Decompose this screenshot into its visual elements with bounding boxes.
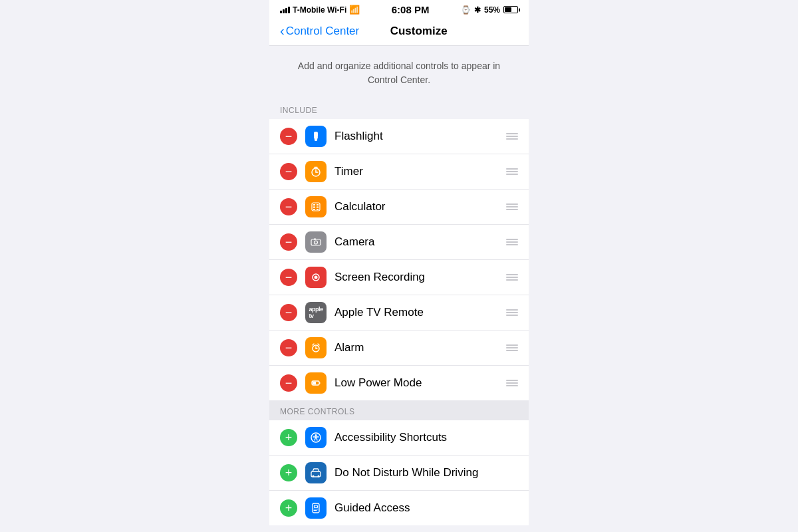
carrier-label: T-Mobile Wi-Fi [293, 5, 346, 15]
screen-recording-icon [305, 267, 327, 288]
back-button[interactable]: ‹ Control Center [280, 23, 359, 39]
svg-rect-7 [313, 204, 315, 205]
more-controls-header: MORE CONTROLS [269, 400, 529, 420]
remove-screen-recording-button[interactable]: − [280, 269, 297, 286]
dnd-driving-label: Do Not Disturb While Driving [334, 466, 518, 479]
status-time: 6:08 PM [392, 4, 430, 15]
wifi-icon: 📶 [349, 5, 360, 15]
remove-flashlight-button[interactable]: − [280, 128, 297, 145]
battery-fill [505, 7, 511, 12]
alarm-label: Alarm [334, 341, 498, 354]
low-power-label: Low Power Mode [334, 376, 498, 390]
remove-camera-button[interactable]: − [280, 233, 297, 251]
more-controls-list: + Accessibility Shortcuts + [269, 420, 529, 525]
remove-low-power-button[interactable]: − [280, 374, 297, 392]
signal-bar-2 [283, 9, 285, 13]
watch-icon: ⌚ [461, 5, 471, 15]
svg-rect-6 [312, 203, 320, 211]
include-section-header: INCLUDE [269, 100, 529, 119]
list-item: − Screen Recording [269, 260, 529, 295]
guided-access-label: Guided Access [334, 501, 518, 515]
svg-point-32 [313, 475, 315, 477]
svg-rect-9 [313, 207, 315, 208]
status-left: T-Mobile Wi-Fi 📶 [280, 5, 360, 15]
dnd-driving-icon [305, 462, 327, 483]
phone-frame: T-Mobile Wi-Fi 📶 6:08 PM ⌚ ✱ 55% ‹ Contr… [269, 0, 529, 532]
svg-line-30 [316, 437, 317, 440]
svg-rect-35 [315, 505, 318, 508]
svg-point-33 [318, 475, 320, 477]
list-item: − Calculator [269, 190, 529, 225]
appletv-label: Apple TV Remote [334, 306, 498, 319]
screen-recording-label: Screen Recording [334, 271, 498, 284]
battery-icon [503, 6, 518, 13]
camera-label: Camera [334, 235, 498, 249]
timer-label: Timer [334, 165, 498, 178]
remove-calculator-button[interactable]: − [280, 198, 297, 215]
flashlight-icon [305, 126, 327, 147]
list-item: − Flashlight [269, 119, 529, 154]
description-text: Add and organize additional controls to … [298, 61, 500, 85]
list-item: − appletv Apple TV Remote [269, 295, 529, 331]
camera-drag-handle[interactable] [506, 239, 518, 245]
page-title: Customize [359, 25, 478, 38]
list-item: − Camera [269, 225, 529, 260]
timer-drag-handle[interactable] [506, 168, 518, 175]
appletv-drag-handle[interactable] [506, 309, 518, 316]
remove-timer-button[interactable]: − [280, 163, 297, 180]
alarm-icon [305, 337, 327, 358]
screen-recording-drag-handle[interactable] [506, 274, 518, 281]
back-label[interactable]: Control Center [286, 25, 360, 38]
back-chevron-icon: ‹ [280, 23, 285, 39]
signal-bar-4 [288, 7, 290, 13]
svg-line-22 [318, 344, 319, 345]
list-item: + Guided Access [269, 491, 529, 525]
remove-appletv-button[interactable]: − [280, 304, 297, 321]
status-right: ⌚ ✱ 55% [461, 5, 518, 15]
svg-rect-12 [317, 209, 319, 210]
signal-bar-1 [280, 11, 282, 13]
more-controls-section: MORE CONTROLS + Accessibility Shortcuts [269, 400, 529, 525]
low-power-icon [305, 372, 327, 394]
svg-line-21 [313, 344, 314, 345]
svg-point-27 [315, 434, 317, 436]
calculator-label: Calculator [334, 200, 498, 213]
svg-rect-10 [317, 207, 319, 208]
svg-point-17 [315, 276, 318, 279]
calculator-drag-handle[interactable] [506, 203, 518, 210]
svg-rect-11 [313, 209, 315, 210]
svg-rect-25 [313, 382, 316, 384]
camera-icon [305, 231, 327, 253]
timer-icon [305, 161, 327, 182]
alarm-drag-handle[interactable] [506, 344, 518, 351]
flashlight-drag-handle[interactable] [506, 133, 518, 140]
add-guided-access-button[interactable]: + [280, 499, 297, 517]
remove-alarm-button[interactable]: − [280, 339, 297, 356]
list-item: − Alarm [269, 331, 529, 366]
svg-point-14 [315, 241, 318, 244]
svg-rect-15 [314, 239, 316, 240]
add-accessibility-button[interactable]: + [280, 429, 297, 446]
list-item: − Low Power Mode [269, 366, 529, 400]
guided-access-icon [305, 497, 327, 519]
list-item: + Do Not Disturb While Driving [269, 456, 529, 491]
description-block: Add and organize additional controls to … [269, 46, 529, 100]
svg-rect-8 [317, 204, 319, 205]
bluetooth-icon: ✱ [474, 5, 481, 15]
svg-rect-24 [319, 382, 321, 384]
add-dnd-driving-button[interactable]: + [280, 464, 297, 481]
signal-bars [280, 7, 290, 13]
accessibility-icon [305, 427, 327, 448]
low-power-drag-handle[interactable] [506, 380, 518, 386]
include-list: − Flashlight − [269, 119, 529, 400]
signal-bar-3 [285, 8, 287, 13]
list-item: + Accessibility Shortcuts [269, 420, 529, 456]
calculator-icon [305, 196, 327, 217]
list-item: − Timer [269, 154, 529, 190]
svg-marker-1 [314, 137, 318, 141]
svg-rect-0 [314, 132, 318, 138]
accessibility-label: Accessibility Shortcuts [334, 431, 518, 444]
status-bar: T-Mobile Wi-Fi 📶 6:08 PM ⌚ ✱ 55% [269, 0, 529, 18]
svg-rect-13 [311, 239, 321, 245]
battery-percent: 55% [484, 5, 500, 15]
